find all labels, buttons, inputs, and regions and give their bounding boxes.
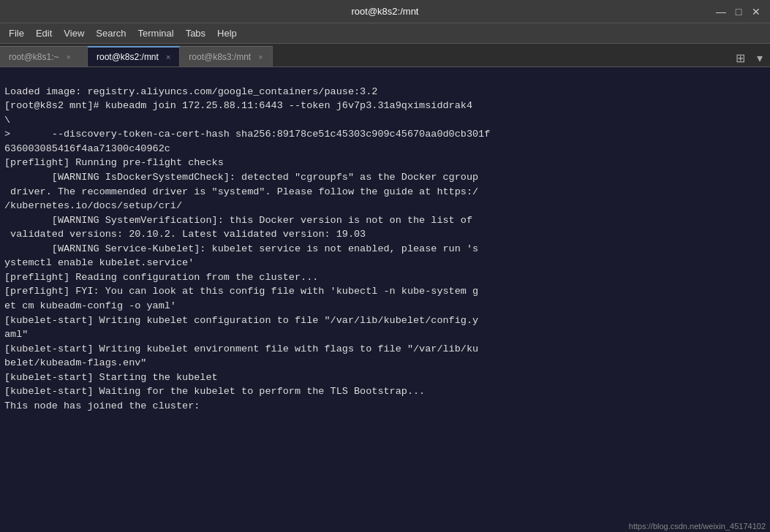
menu-item-terminal[interactable]: Terminal (132, 26, 180, 41)
menu-item-file[interactable]: File (3, 26, 30, 41)
status-bar: https://blog.csdn.net/weixin_45174102 (624, 520, 770, 532)
terminal-line: [preflight] FYI: You can look at this co… (4, 284, 766, 299)
tab-close-tab1[interactable]: × (67, 53, 71, 61)
terminal-content[interactable]: Loaded image: registry.aliyuncs.com/goog… (0, 67, 770, 532)
terminal-line: belet/kubeadm-flags.env" (4, 356, 766, 370)
terminal-line: aml" (4, 327, 766, 342)
new-tab-icon[interactable]: ⊞ (731, 50, 750, 66)
terminal-line: [preflight] Running pre-flight checks (4, 156, 766, 170)
status-text: https://blog.csdn.net/weixin_45174102 (629, 522, 766, 531)
terminal-line: [kubelet-start] Starting the kubelet (4, 370, 766, 385)
terminal-line: et cm kubeadm-config -o yaml' (4, 299, 766, 314)
terminal-line: ystemctl enable kubelet.service' (4, 256, 766, 270)
tab-tab3[interactable]: root@k8s3:/mnt× (180, 46, 272, 66)
terminal-line: [kubelet-start] Writing kubelet environm… (4, 342, 766, 357)
menu-item-help[interactable]: Help (211, 26, 243, 41)
terminal-line: \ (4, 113, 766, 128)
title-bar: root@k8s2:/mnt — □ ✕ (0, 0, 770, 23)
terminal-line: > --discovery-token-ca-cert-hash sha256:… (4, 127, 766, 142)
terminal-line: [kubelet-start] Writing kubelet configur… (4, 314, 766, 328)
terminal-line: [WARNING SystemVerification]: this Docke… (4, 213, 766, 228)
tab-label-tab1: root@k8s1:~ (9, 52, 59, 62)
tab-close-tab2[interactable]: × (166, 53, 170, 61)
tab-actions: ⊞ ▾ (731, 50, 770, 66)
tab-close-tab3[interactable]: × (258, 53, 263, 61)
tab-label-tab3: root@k8s3:/mnt (189, 52, 251, 62)
close-button[interactable]: ✕ (748, 4, 764, 20)
terminal-line: /kubernetes.io/docs/setup/cri/ (4, 199, 766, 213)
menu-item-edit[interactable]: Edit (30, 26, 58, 41)
tab-label-tab2: root@k8s2:/mnt (97, 52, 159, 62)
minimize-button[interactable]: — (713, 4, 729, 20)
terminal-line: Loaded image: registry.aliyuncs.com/goog… (4, 85, 766, 99)
terminal-line: validated versions: 20.10.2. Latest vali… (4, 227, 766, 242)
menu-bar: FileEditViewSearchTerminalTabsHelp (0, 23, 770, 44)
menu-item-tabs[interactable]: Tabs (180, 26, 211, 41)
terminal-line: [WARNING Service-Kubelet]: kubelet servi… (4, 242, 766, 256)
menu-item-search[interactable]: Search (90, 26, 132, 41)
terminal-line: This node has joined the cluster: (4, 399, 766, 414)
tab-dropdown-icon[interactable]: ▾ (752, 50, 767, 66)
tab-tab2[interactable]: root@k8s2:/mnt× (88, 46, 180, 66)
terminal-line: driver. The recommended driver is "syste… (4, 185, 766, 200)
tab-tab1[interactable]: root@k8s1:~× (0, 46, 88, 66)
terminal-line: 636003085416f4aa71300c40962c (4, 142, 766, 156)
terminal-line: [preflight] Reading configuration from t… (4, 270, 766, 285)
tab-bar: root@k8s1:~×root@k8s2:/mnt×root@k8s3:/mn… (0, 44, 770, 67)
terminal-line: [WARNING IsDockerSystemdCheck]: detected… (4, 170, 766, 185)
window-title: root@k8s2:/mnt (352, 6, 419, 17)
maximize-button[interactable]: □ (731, 4, 747, 20)
menu-item-view[interactable]: View (58, 26, 90, 41)
terminal-line: [root@k8s2 mnt]# kubeadm join 172.25.88.… (4, 99, 766, 113)
window-controls: — □ ✕ (713, 4, 764, 20)
terminal-line: [kubelet-start] Waiting for the kubelet … (4, 384, 766, 399)
